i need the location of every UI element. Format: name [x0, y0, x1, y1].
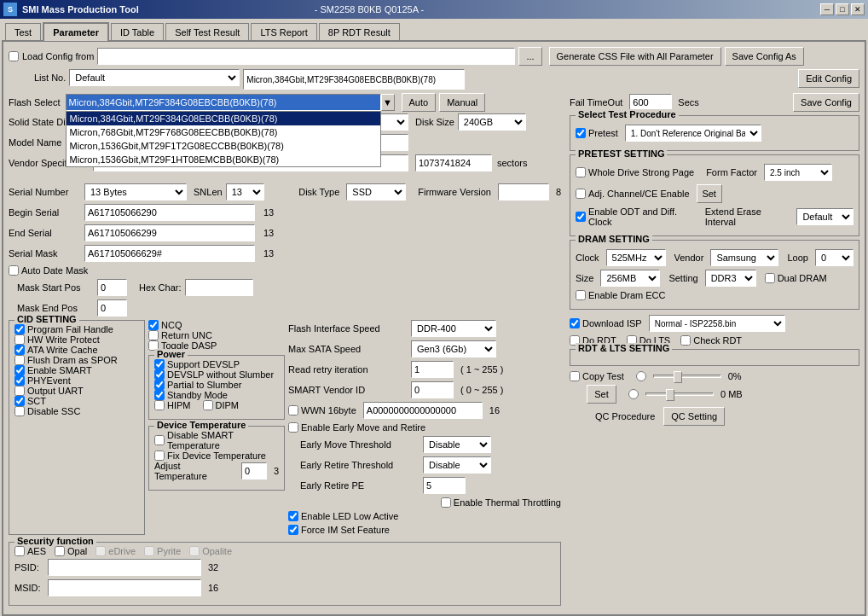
pretest-checkbox-label[interactable]: Pretest — [576, 128, 618, 138]
force-im-label[interactable]: Force IM Set Feature — [288, 525, 390, 535]
load-config-input[interactable] — [97, 48, 515, 65]
enable-led-label[interactable]: Enable LED Low Active — [288, 511, 398, 521]
hw-write-protect[interactable]: HW Write Protect — [14, 334, 139, 345]
enable-smart[interactable]: Enable SMART — [14, 365, 139, 375]
auto-date-mask-checkbox[interactable] — [9, 265, 19, 276]
support-devslp[interactable]: Support DEVSLP — [154, 359, 279, 369]
fail-timeout-input[interactable] — [629, 94, 672, 111]
vendor-select[interactable]: Samsung — [710, 249, 778, 266]
enable-early-move-label[interactable]: Enable Early Move and Retire — [288, 422, 425, 433]
edit-config-button[interactable]: Edit Config — [798, 69, 859, 88]
download-isp-select[interactable]: Normal - ISP2258.bin — [649, 315, 785, 332]
devslp-without-slumber[interactable]: DEVSLP without Slumber — [154, 369, 279, 380]
end-serial-input[interactable] — [84, 224, 255, 241]
pyrite-label[interactable]: Pyrite — [144, 546, 181, 556]
copy-test-slider1[interactable] — [653, 375, 721, 378]
wwn-input[interactable] — [363, 402, 483, 419]
enable-thermal-label[interactable]: Enable Thermal Throttling — [441, 497, 561, 508]
manual-button[interactable]: Manual — [439, 93, 485, 112]
hipm-label[interactable]: HIPM — [154, 400, 191, 410]
hex-char-input[interactable] — [185, 279, 253, 296]
form-factor-select[interactable]: 2.5 inch — [764, 164, 832, 181]
standby-mode[interactable]: Standby Mode — [154, 390, 279, 400]
copy-test-radio1[interactable] — [636, 371, 646, 381]
disk-type-select[interactable]: SSD — [346, 183, 406, 200]
qc-setting-button[interactable]: QC Setting — [663, 407, 725, 426]
early-retire-pe-input[interactable] — [423, 477, 466, 494]
auto-button[interactable]: Auto — [402, 93, 437, 112]
check-rdt-label[interactable]: Check RDT — [680, 335, 742, 346]
tab-id-table[interactable]: ID Table — [111, 23, 164, 40]
serial-number-select[interactable]: 13 Bytes — [84, 183, 187, 200]
maximize-button[interactable]: □ — [836, 3, 849, 15]
serial-mask-input[interactable] — [84, 245, 255, 262]
flash-option-2[interactable]: Micron,1536Gbit,MT29F1T2G08ECCBB(B0KB)(7… — [67, 139, 380, 153]
pretest-select[interactable]: 1. Don't Reference Original Bad — [625, 125, 761, 142]
extend-erase-select[interactable]: Default — [796, 208, 854, 225]
msid-input[interactable] — [48, 579, 201, 596]
flash-option-1[interactable]: Micron,768Gbit,MT29F768G08EECBB(B0KB)(78… — [67, 125, 380, 139]
tab-self-test[interactable]: Self Test Result — [165, 23, 249, 40]
tab-test[interactable]: Test — [5, 23, 41, 40]
flush-dram-spor[interactable]: Flush Dram as SPOR — [14, 355, 139, 365]
copy-test-slider2[interactable] — [645, 392, 714, 396]
aes-label[interactable]: AES — [14, 546, 46, 556]
retry-input[interactable] — [411, 361, 454, 378]
setting-select[interactable]: DDR3 — [705, 270, 756, 287]
tab-lts-report[interactable]: LTS Report — [251, 23, 316, 40]
close-button[interactable]: ✕ — [851, 3, 865, 15]
mask-start-pos-input[interactable] — [97, 279, 127, 296]
snlen-select[interactable]: 13 — [226, 183, 264, 200]
disable-smart-temp[interactable]: Disable SMART Temperature — [154, 430, 279, 450]
sct[interactable]: SCT — [14, 396, 139, 406]
psid-input[interactable] — [48, 559, 201, 576]
copy-test-radio2[interactable] — [628, 389, 639, 399]
ncq-checkbox-label[interactable]: NCQ — [148, 320, 285, 330]
minimize-button[interactable]: ─ — [820, 3, 834, 15]
tab-parameter[interactable]: Parameter — [43, 22, 109, 41]
flash-speed-select[interactable]: DDR-400 — [411, 320, 496, 337]
dipm-label[interactable]: DIPM — [203, 400, 240, 410]
program-fail-handle[interactable]: Program Fail Handle — [14, 324, 139, 334]
dual-dram-label[interactable]: Dual DRAM — [765, 273, 827, 283]
mask-end-pos-input[interactable] — [97, 299, 127, 317]
max-sata-select[interactable]: Gen3 (6Gb) — [411, 340, 496, 357]
tab-8p-rdt[interactable]: 8P RDT Result — [319, 23, 400, 40]
early-move-select[interactable]: Disable — [423, 436, 491, 453]
adj-channel-label[interactable]: Adj. Channel/CE Enable — [576, 189, 690, 199]
disk-size-select[interactable]: 240GB — [458, 113, 526, 131]
ata-write-cache[interactable]: ATA Write Cache — [14, 345, 139, 355]
copy-test-label[interactable]: Copy Test — [570, 371, 624, 381]
whole-drive-label[interactable]: Whole Drive Strong Page — [576, 167, 694, 177]
enable-dram-ecc-label[interactable]: Enable Dram ECC — [576, 290, 665, 300]
list-no-select[interactable]: Default — [69, 69, 240, 86]
return-unc-label[interactable]: Return UNC — [148, 330, 285, 340]
output-uart[interactable]: Output UART — [14, 386, 139, 396]
early-retire-select[interactable]: Disable — [423, 456, 491, 474]
fix-device-temp[interactable]: Fix Device Temperature — [154, 450, 279, 461]
set-bottom-button[interactable]: Set — [587, 385, 616, 404]
clock-select[interactable]: 525MHz — [606, 249, 666, 266]
begin-serial-input[interactable] — [84, 204, 255, 221]
opal-label[interactable]: Opal — [55, 546, 87, 556]
save-config-button[interactable]: Save Config — [793, 93, 859, 112]
wwn-checkbox-label[interactable]: WWN 16byte — [288, 405, 356, 416]
flash-option-0[interactable]: Micron,384Gbit,MT29F384G08EBCBB(B0KB)(78… — [67, 112, 380, 125]
sectors-input[interactable] — [415, 154, 492, 171]
adjust-temp-input[interactable] — [241, 462, 267, 479]
enable-odt-label[interactable]: Enable ODT and Diff. Clock — [576, 206, 697, 227]
set-button[interactable]: Set — [697, 184, 722, 203]
fw-version-input[interactable] — [498, 183, 549, 200]
download-isp-label[interactable]: Download ISP — [570, 318, 642, 328]
flash-option-3[interactable]: Micron,1536Gbit,MT29F1HT08EMCBB(B0KB)(78… — [67, 153, 380, 166]
generate-css-button[interactable]: Generate CSS File with All Parameter — [549, 47, 721, 66]
partial-to-slumber[interactable]: Partial to Slumber — [154, 380, 279, 390]
auto-date-mask-label[interactable]: Auto Date Mask — [9, 265, 88, 276]
size-select[interactable]: 256MB — [600, 270, 660, 287]
flash-dropdown-arrow[interactable]: ▼ — [381, 94, 395, 111]
disable-ssc[interactable]: Disable SSC — [14, 406, 139, 416]
flash-select-display[interactable]: Micron,384Gbit,MT29F384G08EBCBB(B0KB)(78… — [66, 94, 381, 111]
smart-vendor-input[interactable] — [411, 381, 454, 398]
phy-event[interactable]: PHYEvent — [14, 375, 139, 386]
browse-button[interactable]: ... — [518, 47, 541, 66]
